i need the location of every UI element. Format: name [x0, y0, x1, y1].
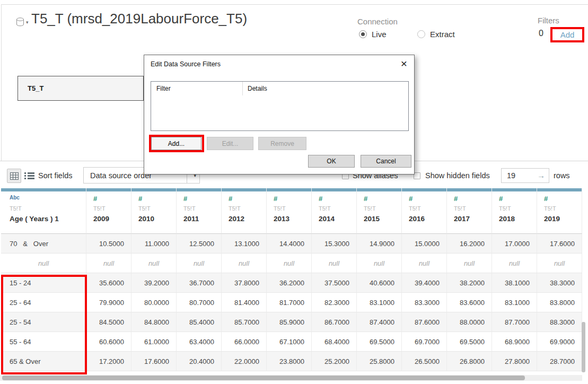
- column-source: T5!T: [544, 205, 582, 212]
- column-header-content: AbcT5!TAge ( Years ) 1: [1, 195, 86, 223]
- grid-cell: 83.6000: [447, 293, 492, 312]
- grid-column-header[interactable]: #T5!T2016: [402, 188, 447, 234]
- list-view-button[interactable]: [23, 171, 35, 181]
- extract-radio[interactable]: [417, 30, 425, 38]
- top-border: [1, 4, 588, 5]
- grid-cell: 37.5000: [312, 273, 357, 293]
- grid-cell: 83.1000: [492, 293, 537, 312]
- horizontal-scrollbar[interactable]: [2, 376, 525, 380]
- apply-arrow-icon[interactable]: →: [537, 171, 545, 180]
- grid-column-header[interactable]: #T5!T2017: [447, 188, 492, 234]
- database-icon[interactable]: [15, 17, 25, 30]
- table-row: 15 - 2435.600039.200036.700037.800036.20…: [1, 273, 582, 293]
- column-name: 2016: [409, 215, 446, 223]
- add-button[interactable]: Add...: [151, 137, 201, 150]
- grid-cell: 69.9000: [537, 332, 582, 352]
- close-icon[interactable]: ×: [401, 56, 407, 71]
- grid-cell: 14.4000: [267, 234, 312, 254]
- left-border: [1, 4, 2, 161]
- grid-cell: 67.1000: [267, 332, 312, 352]
- grid-column-header[interactable]: #T5!T2013: [267, 188, 312, 234]
- column-header-content: #T5!T2015: [357, 195, 401, 223]
- column-header-bar: [267, 188, 311, 191]
- vertical-scrollbar[interactable]: [582, 322, 585, 372]
- grid-column-header[interactable]: #T5!T2012: [222, 188, 267, 234]
- grid-column-header[interactable]: #T5!T2011: [177, 188, 222, 234]
- grid-cell: 68.4000: [312, 332, 357, 352]
- grid-cell: 83.3000: [402, 293, 447, 312]
- grid-cell: 69.5000: [447, 332, 492, 352]
- column-header-bar: [447, 188, 492, 191]
- column-name: 2014: [319, 215, 356, 223]
- rows-count-input[interactable]: 19 →: [501, 168, 549, 183]
- column-header-content: #T5!T2010: [131, 195, 176, 223]
- grid-cell: 87.7000: [492, 312, 537, 332]
- grid-cell: 22.0000: [222, 352, 267, 371]
- details-column-header: Details: [248, 85, 267, 92]
- live-radio-label[interactable]: Live: [372, 30, 387, 39]
- column-header-content: #T5!T2014: [312, 195, 356, 223]
- highlight-age-group-rows: [1, 275, 87, 374]
- grid-cell: 16.2000: [447, 234, 492, 254]
- number-type-icon: #: [274, 195, 311, 203]
- grid-cell: null: [537, 254, 582, 273]
- column-source: T5!T: [409, 205, 446, 212]
- logical-table-chip[interactable]: T5_T: [17, 76, 144, 101]
- number-type-icon: #: [364, 195, 401, 203]
- grid-cell: 36.2000: [267, 273, 312, 293]
- column-header-bar: [222, 188, 266, 191]
- chevron-down-icon[interactable]: ▾: [26, 20, 29, 25]
- grid-cell: 81.4000: [222, 293, 267, 312]
- number-type-icon: #: [499, 195, 537, 203]
- number-type-icon: #: [544, 195, 582, 203]
- grid-cell: 10.5000: [86, 234, 131, 254]
- column-name: 2019: [544, 215, 582, 223]
- filters-label: Filters: [538, 16, 559, 25]
- grid-column-header[interactable]: #T5!T2010: [131, 188, 177, 234]
- grid-column-header[interactable]: #T5!T2019: [537, 188, 582, 234]
- grid-column-header[interactable]: AbcT5!TAge ( Years ) 1: [1, 188, 86, 234]
- grid-view-button[interactable]: [7, 169, 21, 183]
- filters-list[interactable]: Filter Details: [151, 81, 409, 131]
- grid-cell: 80.0000: [131, 293, 177, 312]
- grid-cell: 68.9000: [492, 332, 537, 352]
- grid-cell: 40.6000: [357, 273, 402, 293]
- grid-cell: 81.7000: [267, 293, 312, 312]
- grid-cell: 15.0000: [402, 234, 447, 254]
- show-hidden-fields-label[interactable]: Show hidden fields: [425, 171, 490, 180]
- cancel-button[interactable]: Cancel: [361, 155, 411, 168]
- grid-cell: 37.8000: [222, 273, 267, 293]
- grid-column-header[interactable]: #T5!T2009: [86, 188, 131, 234]
- add-filter-link[interactable]: Add: [552, 29, 582, 40]
- grid-cell: 63.4000: [177, 332, 222, 352]
- number-type-icon: #: [229, 195, 266, 203]
- ok-button[interactable]: OK: [308, 155, 355, 168]
- grid-cell: 28.7000: [537, 352, 582, 371]
- live-radio[interactable]: [359, 30, 367, 38]
- column-header-content: #T5!T2009: [86, 195, 131, 223]
- grid-column-header[interactable]: #T5!T2014: [312, 188, 357, 234]
- column-header-bar: [537, 188, 582, 191]
- grid-cell: 25.2000: [312, 352, 357, 371]
- column-header-content: #T5!T2017: [447, 195, 492, 223]
- grid-cell: 12.5000: [177, 234, 222, 254]
- extract-radio-label[interactable]: Extract: [430, 30, 455, 39]
- column-header-bar: [177, 188, 221, 191]
- edit-data-source-filters-dialog: Edit Data Source Filters × Filter Detail…: [144, 55, 415, 174]
- column-name: 2012: [229, 215, 266, 223]
- column-name: 2010: [138, 215, 176, 223]
- grid-column-header[interactable]: #T5!T2015: [357, 188, 402, 234]
- grid-column-header[interactable]: #T5!T2018: [492, 188, 537, 234]
- grid-cell: 79.9000: [86, 293, 131, 312]
- grid-cell: 23.8000: [267, 352, 312, 371]
- grid-cell: 85.4000: [177, 312, 222, 332]
- rows-count-value: 19: [507, 169, 515, 182]
- grid-cell: null: [492, 254, 537, 273]
- number-type-icon: #: [138, 195, 176, 203]
- grid-cell: 17.0000: [492, 234, 537, 254]
- row-label-cell: 70 & Over: [1, 234, 86, 254]
- grid-cell: 36.7000: [177, 273, 222, 293]
- grid-cell: 17.6000: [131, 352, 177, 371]
- number-type-icon: #: [409, 195, 446, 203]
- grid-header-row: AbcT5!TAge ( Years ) 1#T5!T2009#T5!T2010…: [1, 188, 582, 234]
